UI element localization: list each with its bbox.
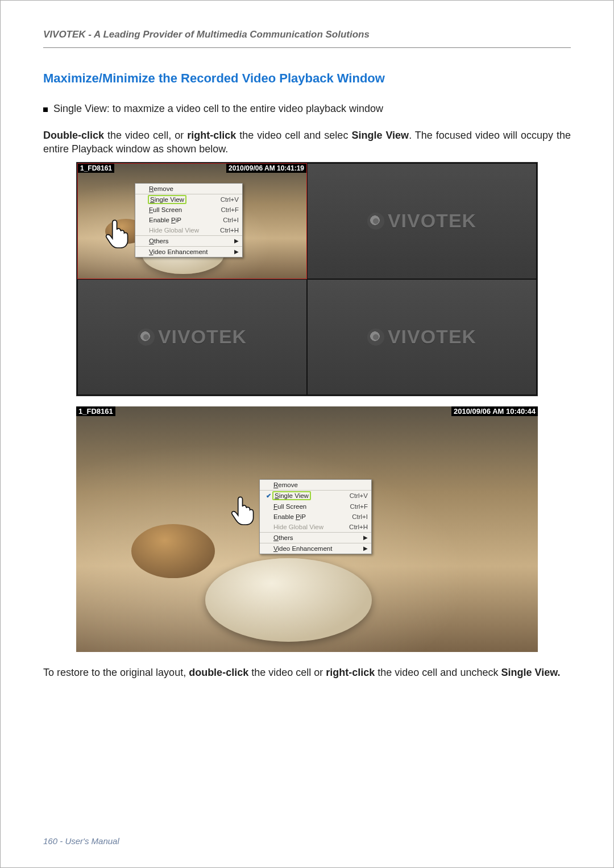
menu-enable-pip[interactable]: Enable PiPCtrl+I bbox=[135, 215, 242, 225]
footer-separator: - bbox=[57, 836, 65, 846]
section-heading: Maximize/Minimize the Recorded Video Pla… bbox=[43, 71, 571, 86]
submenu-arrow-icon: ▶ bbox=[356, 534, 368, 541]
brand-tagline: VIVOTEK - A Leading Provider of Multimed… bbox=[43, 29, 571, 47]
camera-timestamp: 2010/09/06 AM 10:41:19 bbox=[226, 164, 306, 173]
submenu-arrow-icon: ▶ bbox=[227, 248, 239, 255]
camera-label: 1_FD8161 bbox=[76, 406, 115, 416]
menu-video-enhancement[interactable]: Video Enhancement▶ bbox=[135, 246, 242, 257]
bold-right-click: right-click bbox=[326, 667, 375, 678]
manual-page: VIVOTEK - A Leading Provider of Multimed… bbox=[0, 0, 614, 868]
menu-single-view[interactable]: ✔Single ViewCtrl+V bbox=[260, 490, 371, 501]
text-span: the video cell and selec bbox=[236, 130, 351, 141]
header-rule bbox=[43, 47, 571, 48]
menu-remove[interactable]: Remove bbox=[135, 184, 242, 194]
video-cell-4[interactable]: VIVOTEK bbox=[308, 280, 536, 394]
menu-hide-global-view: Hide Global ViewCtrl+H bbox=[260, 522, 371, 532]
text-span: the video cell, or bbox=[104, 130, 187, 141]
video-cell-1[interactable]: 1_FD8161 2010/09/06 AM 10:41:19 Remove S… bbox=[78, 164, 306, 279]
playback-single-figure: 1_FD8161 2010/09/06 AM 10:40:44 Remove ✔… bbox=[76, 406, 538, 652]
menu-others[interactable]: Others▶ bbox=[135, 235, 242, 246]
submenu-arrow-icon: ▶ bbox=[356, 545, 368, 551]
menu-others[interactable]: Others▶ bbox=[260, 532, 371, 543]
submenu-arrow-icon: ▶ bbox=[227, 238, 239, 244]
bold-right-click: right-click bbox=[187, 130, 236, 141]
bullet-text: Single View: to maxmize a video cell to … bbox=[53, 103, 383, 115]
menu-full-screen[interactable]: Full ScreenCtrl+F bbox=[135, 205, 242, 215]
bullet-item: Single View: to maxmize a video cell to … bbox=[43, 103, 571, 115]
pointer-hand-icon bbox=[104, 217, 134, 249]
vivotek-logo: VIVOTEK bbox=[367, 210, 476, 232]
menu-full-screen[interactable]: Full ScreenCtrl+F bbox=[260, 501, 371, 512]
logo-eye-icon bbox=[138, 329, 155, 346]
page-number: 160 bbox=[43, 836, 57, 846]
square-bullet-icon bbox=[43, 107, 48, 112]
bold-single-view: Single View. bbox=[501, 667, 560, 678]
context-menu[interactable]: Remove Single ViewCtrl+V Full ScreenCtrl… bbox=[135, 183, 243, 258]
context-menu[interactable]: Remove ✔Single ViewCtrl+V Full ScreenCtr… bbox=[259, 479, 372, 554]
text-span: the video cell and uncheck bbox=[375, 667, 501, 678]
instruction-paragraph-1: Double-click the video cell, or right-cl… bbox=[43, 128, 571, 156]
camera-timestamp: 2010/09/06 AM 10:40:44 bbox=[451, 406, 538, 416]
checkmark-icon: ✔ bbox=[266, 492, 271, 500]
vivotek-logo: VIVOTEK bbox=[367, 326, 476, 348]
video-cell-2[interactable]: VIVOTEK bbox=[308, 164, 536, 279]
logo-eye-icon bbox=[367, 213, 384, 230]
camera-label: 1_FD8161 bbox=[78, 164, 114, 173]
bold-double-click: double-click bbox=[189, 667, 248, 678]
text-span: To restore to the original layout, bbox=[43, 667, 189, 678]
instruction-paragraph-2: To restore to the original layout, doubl… bbox=[43, 666, 571, 679]
bold-double-click: Double-click bbox=[43, 130, 104, 141]
footer-label: User's Manual bbox=[65, 836, 119, 846]
playback-quad-figure: 1_FD8161 2010/09/06 AM 10:41:19 Remove S… bbox=[76, 162, 538, 396]
vivotek-logo: VIVOTEK bbox=[138, 326, 247, 348]
menu-single-view[interactable]: Single ViewCtrl+V bbox=[135, 194, 242, 205]
video-cell-3[interactable]: VIVOTEK bbox=[78, 280, 306, 394]
menu-video-enhancement[interactable]: Video Enhancement▶ bbox=[260, 543, 371, 554]
menu-hide-global-view: Hide Global ViewCtrl+H bbox=[135, 225, 242, 235]
pointer-hand-icon bbox=[230, 494, 259, 526]
page-footer: 160 - User's Manual bbox=[43, 836, 119, 846]
bold-single-view: Single View bbox=[351, 130, 409, 141]
logo-eye-icon bbox=[367, 329, 384, 346]
text-span: the video cell or bbox=[248, 667, 326, 678]
menu-remove[interactable]: Remove bbox=[260, 480, 371, 490]
menu-enable-pip[interactable]: Enable PiPCtrl+I bbox=[260, 512, 371, 522]
